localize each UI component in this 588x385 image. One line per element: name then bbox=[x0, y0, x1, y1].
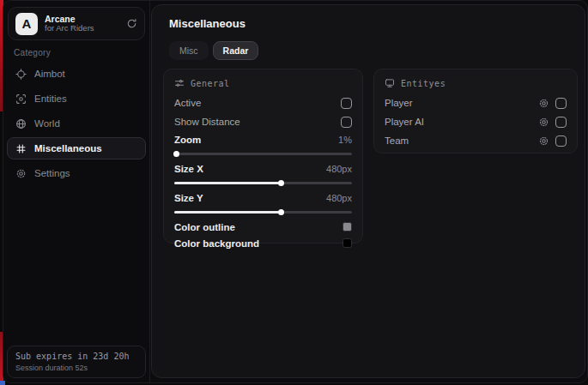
size-y-value: 480px bbox=[326, 193, 352, 203]
brand-text: Arcane for Arc Riders bbox=[45, 14, 119, 33]
show-distance-checkbox[interactable] bbox=[341, 117, 352, 128]
sidebar-item-world[interactable]: World bbox=[7, 112, 146, 135]
sidebar-item-label: Settings bbox=[34, 168, 70, 178]
setting-row-color-outline: Color outline bbox=[174, 219, 352, 235]
player-ai-checkbox[interactable] bbox=[555, 117, 567, 128]
zoom-value: 1% bbox=[338, 135, 352, 145]
slider-thumb[interactable] bbox=[173, 151, 179, 157]
size-x-value: 480px bbox=[326, 164, 352, 174]
brand-subtitle: for Arc Riders bbox=[45, 24, 119, 33]
brand-card: A Arcane for Arc Riders bbox=[8, 7, 145, 40]
grid-icon bbox=[15, 143, 27, 154]
setting-label: Color outline bbox=[174, 222, 235, 232]
setting-row-active: Active bbox=[174, 93, 352, 112]
slider-track bbox=[174, 153, 352, 155]
sub-expiry-text: Sub expires in 23d 20h bbox=[15, 351, 137, 363]
setting-row-zoom: Zoom 1% bbox=[174, 131, 352, 148]
brand-avatar: A bbox=[15, 13, 38, 35]
category-label: Category bbox=[14, 48, 51, 57]
color-outline-swatch[interactable] bbox=[342, 222, 352, 232]
entity-label: Player bbox=[385, 98, 413, 108]
sidebar-item-settings[interactable]: Settings bbox=[7, 162, 146, 184]
tab-misc[interactable]: Misc bbox=[169, 41, 209, 60]
entity-label: Player AI bbox=[385, 117, 424, 127]
slider-fill bbox=[174, 211, 281, 214]
entity-row-team: Team bbox=[385, 131, 567, 150]
sidebar: A Arcane for Arc Riders Category bbox=[3, 1, 150, 382]
setting-label: Size X bbox=[174, 164, 203, 174]
setting-label: Active bbox=[174, 98, 201, 108]
size-y-slider[interactable] bbox=[174, 208, 352, 216]
slider-fill bbox=[174, 153, 176, 155]
player-checkbox[interactable] bbox=[555, 98, 567, 109]
team-checkbox[interactable] bbox=[555, 135, 567, 147]
monitor-icon bbox=[385, 78, 395, 88]
setting-label: Color background bbox=[174, 238, 259, 249]
active-checkbox[interactable] bbox=[341, 98, 352, 109]
setting-label: Size Y bbox=[174, 193, 203, 203]
tab-bar: Misc Radar bbox=[169, 41, 258, 60]
setting-row-size-y: Size Y 480px bbox=[174, 189, 352, 207]
sidebar-item-label: World bbox=[34, 118, 60, 129]
entities-card-title: Entityes bbox=[401, 79, 446, 88]
page-title: Miscellaneous bbox=[169, 17, 246, 30]
subscription-info-card: Sub expires in 23d 20h Session duration … bbox=[7, 346, 146, 378]
sidebar-item-aimbot[interactable]: Aimbot bbox=[7, 63, 146, 85]
entity-row-player-ai: Player AI bbox=[385, 112, 567, 131]
sidebar-item-entities[interactable]: Entities bbox=[7, 87, 146, 110]
sidebar-item-label: Miscellaneous bbox=[34, 143, 102, 153]
tab-radar[interactable]: Radar bbox=[213, 41, 259, 60]
slider-fill bbox=[174, 182, 281, 184]
session-duration-text: Session duration 52s bbox=[15, 363, 137, 373]
color-background-swatch[interactable] bbox=[342, 238, 352, 248]
setting-row-show-distance: Show Distance bbox=[174, 112, 352, 131]
gear-icon bbox=[15, 168, 27, 179]
gear-icon[interactable] bbox=[538, 98, 549, 109]
setting-row-color-background: Color background bbox=[174, 235, 352, 251]
setting-label: Show Distance bbox=[174, 117, 240, 127]
sidebar-item-miscellaneous[interactable]: Miscellaneous bbox=[7, 137, 146, 159]
zoom-slider[interactable] bbox=[174, 149, 352, 158]
entity-row-player: Player bbox=[385, 93, 567, 112]
setting-label: Zoom bbox=[174, 135, 201, 145]
main-panel: Miscellaneous Misc Radar General Active bbox=[151, 4, 585, 378]
scan-eye-icon bbox=[15, 93, 27, 105]
app-window: A Arcane for Arc Riders Category bbox=[3, 0, 588, 383]
entities-card-header: Entityes bbox=[385, 78, 567, 88]
gear-icon[interactable] bbox=[538, 135, 549, 147]
entities-card: Entityes Player Player AI bbox=[373, 69, 578, 153]
sidebar-item-label: Entities bbox=[34, 93, 67, 104]
globe-icon bbox=[15, 118, 27, 129]
entity-label: Team bbox=[385, 135, 409, 146]
refresh-icon[interactable] bbox=[126, 18, 137, 29]
general-card: General Active Show Distance Zoom 1% bbox=[163, 69, 363, 244]
setting-row-size-x: Size X 480px bbox=[174, 160, 352, 177]
sidebar-item-label: Aimbot bbox=[34, 69, 65, 79]
slider-thumb[interactable] bbox=[278, 209, 284, 215]
slider-thumb[interactable] bbox=[278, 180, 284, 186]
background-blue-corner bbox=[0, 381, 5, 385]
general-card-header: General bbox=[174, 78, 352, 88]
crosshair-icon bbox=[15, 69, 27, 80]
size-x-slider[interactable] bbox=[174, 178, 352, 187]
sidebar-items: Aimbot Entities bbox=[7, 63, 146, 187]
gear-icon[interactable] bbox=[538, 117, 549, 128]
sliders-icon bbox=[174, 78, 185, 88]
general-card-title: General bbox=[191, 79, 230, 88]
